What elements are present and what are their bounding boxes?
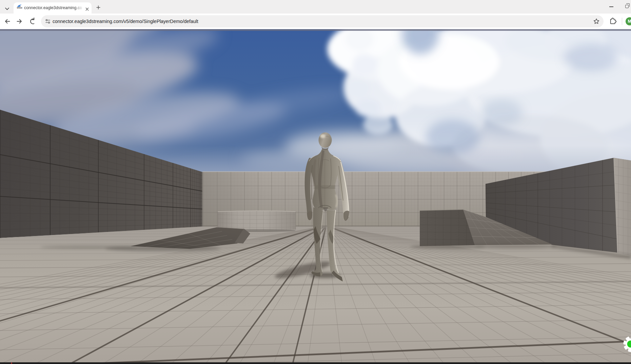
svg-text:EAGLE: EAGLE [17,7,22,9]
